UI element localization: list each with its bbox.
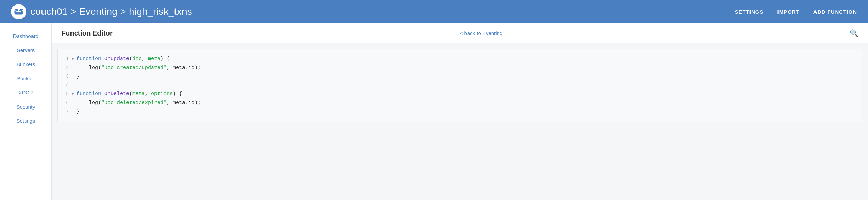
line-number-4: 4	[60, 82, 69, 89]
content-area: Function Editor < back to Eventing 🔍 1 ▼…	[52, 23, 868, 200]
code-text-6: log("Doc deleted/expired", meta.id);	[76, 99, 201, 108]
code-line-1: 1 ▼ function OnUpdate(doc, meta) {	[58, 54, 862, 63]
fold-arrow-7	[72, 109, 75, 115]
sidebar-item-security[interactable]: Security	[0, 100, 51, 114]
breadcrumb: couch01 > Eventing > high_risk_txns	[30, 6, 192, 17]
line-number-6: 6	[60, 99, 69, 107]
fold-arrow-5[interactable]: ▼	[72, 91, 75, 98]
code-line-2: 2 log("Doc created/updated", meta.id);	[58, 63, 862, 72]
code-text-4	[76, 81, 79, 90]
app-logo[interactable]	[11, 4, 26, 19]
sidebar: Dashboard Servers Buckets Backup XDCR Se…	[0, 23, 52, 200]
line-number-3: 3	[60, 73, 69, 80]
code-line-6: 6 log("Doc deleted/expired", meta.id);	[58, 99, 862, 108]
code-text-2: log("Doc created/updated", meta.id);	[76, 63, 201, 72]
fold-arrow-3	[72, 73, 75, 80]
fold-arrow-1[interactable]: ▼	[72, 56, 75, 62]
fold-arrow-2	[72, 65, 75, 71]
main-layout: Dashboard Servers Buckets Backup XDCR Se…	[0, 23, 868, 200]
code-text-5: function OnDelete(meta, options) {	[76, 90, 182, 99]
fold-arrow-6	[72, 100, 75, 107]
content-header: Function Editor < back to Eventing 🔍	[52, 23, 868, 43]
line-number-1: 1	[60, 55, 69, 63]
sidebar-item-xdcr[interactable]: XDCR	[0, 86, 51, 100]
page-title: Function Editor	[62, 29, 113, 37]
header-left: couch01 > Eventing > high_risk_txns	[11, 4, 192, 19]
code-line-7: 7 }	[58, 107, 862, 116]
header-nav: SETTINGS IMPORT ADD FUNCTION	[735, 9, 857, 15]
code-editor[interactable]: 1 ▼ function OnUpdate(doc, meta) { 2 log…	[57, 49, 862, 122]
line-number-5: 5	[60, 90, 69, 98]
line-number-7: 7	[60, 108, 69, 116]
code-line-4: 4	[58, 81, 862, 90]
code-text-3: }	[76, 72, 79, 81]
code-text-7: }	[76, 107, 79, 116]
nav-add-function[interactable]: ADD FUNCTION	[813, 9, 857, 15]
sidebar-item-buckets[interactable]: Buckets	[0, 57, 51, 71]
code-line-3: 3 }	[58, 72, 862, 81]
line-number-2: 2	[60, 64, 69, 72]
nav-settings[interactable]: SETTINGS	[735, 9, 763, 15]
code-line-5: 5 ▼ function OnDelete(meta, options) {	[58, 90, 862, 99]
sidebar-item-backup[interactable]: Backup	[0, 71, 51, 86]
fold-arrow-4	[72, 82, 75, 89]
search-icon[interactable]: 🔍	[850, 29, 858, 37]
sidebar-item-servers[interactable]: Servers	[0, 43, 51, 57]
nav-import[interactable]: IMPORT	[777, 9, 800, 15]
back-to-eventing-link[interactable]: < back to Eventing	[460, 30, 502, 36]
sidebar-item-settings[interactable]: Settings	[0, 114, 51, 128]
code-text-1: function OnUpdate(doc, meta) {	[76, 54, 170, 63]
header-right-group: 🔍	[850, 29, 858, 37]
app-header: couch01 > Eventing > high_risk_txns SETT…	[0, 0, 868, 23]
sidebar-item-dashboard[interactable]: Dashboard	[0, 29, 51, 43]
